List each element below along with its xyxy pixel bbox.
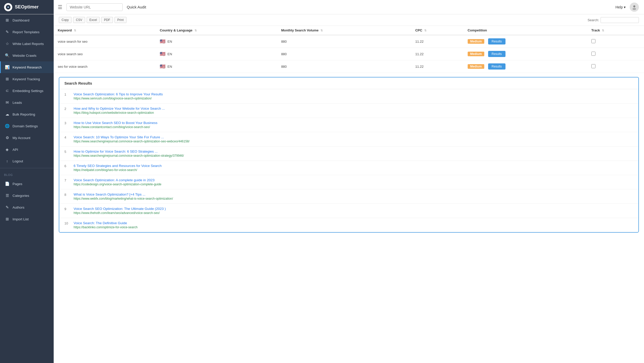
sidebar-item-keyword-tracking[interactable]: ⊞ Keyword Tracking (0, 73, 54, 85)
sidebar-item-label: Authors (13, 206, 25, 209)
result-url: https://www.thehoth.com/learn/seo/advanc… (74, 211, 166, 215)
result-url: https://www.webfx.com/blog/marketing/wha… (74, 197, 173, 200)
sidebar-item-api[interactable]: ◈ API (0, 144, 54, 155)
results-button[interactable]: Results (488, 63, 505, 70)
sidebar-item-label: Import List (13, 217, 29, 221)
svg-point-1 (8, 7, 9, 8)
search-result-item: 6 6 Timely SEO Strategies and Resources … (59, 161, 638, 175)
sidebar-item-import-list[interactable]: ⊞ Import List (0, 213, 54, 225)
track-cell (587, 48, 644, 60)
result-title[interactable]: What is Voice Search Optimization? [+4 T… (74, 192, 173, 196)
search-result-item: 7 Voice Search Optimization: A complete … (59, 175, 638, 189)
keyword-table: Keyword ⇅ Country & Language ⇅ Monthly S… (54, 26, 644, 73)
competition-cell: Medium Results (464, 48, 587, 60)
competition-badge: Medium (468, 52, 484, 56)
keyword-cell: voice search seo (54, 48, 156, 60)
sidebar-item-white-label-reports[interactable]: ☆ White Label Reports (0, 38, 54, 50)
country-language-cell: 🇺🇸 EN (156, 35, 277, 48)
search-input[interactable] (601, 17, 639, 23)
sidebar-item-label: Keyword Research (13, 65, 42, 69)
sidebar-item-my-account[interactable]: ⚙ My Account (0, 132, 54, 144)
result-content: Voice Search: The Definitive Guide https… (74, 221, 137, 229)
sidebar-item-report-templates[interactable]: ✎ Report Templates (0, 26, 54, 38)
csv-button[interactable]: CSV (73, 17, 85, 23)
sort-country-icon[interactable]: ⇅ (194, 29, 197, 32)
copy-button[interactable]: Copy (59, 17, 72, 23)
result-url: https://www.searchenginejournal.com/voic… (74, 140, 190, 143)
sidebar-item-bulk-reporting[interactable]: ☁ Bulk Reporting (0, 108, 54, 120)
hamburger-button[interactable]: ☰ (54, 4, 66, 10)
result-number: 6 (64, 164, 70, 168)
sidebar-item-logout[interactable]: ↑ Logout (0, 155, 54, 167)
print-button[interactable]: Print (114, 17, 126, 23)
country-language-cell: 🇺🇸 EN (156, 60, 277, 73)
results-button[interactable]: Results (488, 38, 505, 44)
sort-volume-icon[interactable]: ⇅ (320, 29, 323, 32)
track-checkbox[interactable] (591, 39, 595, 43)
result-title[interactable]: 6 Timely SEO Strategies and Resources fo… (74, 164, 162, 168)
sidebar-item-domain-settings[interactable]: 🌐 Domain Settings (0, 120, 54, 132)
sidebar-item-authors[interactable]: ✎ Authors (0, 201, 54, 213)
cpc-cell: 11.22 (411, 48, 464, 60)
result-title[interactable]: Voice Search: 10 Ways To Optimize Your S… (74, 135, 190, 139)
url-input[interactable] (66, 3, 123, 11)
result-url: https://backlinko.com/optimize-for-voice… (74, 225, 137, 229)
help-chevron-icon: ▾ (624, 5, 626, 9)
categories-icon: ☰ (5, 193, 9, 198)
competition-cell: Medium Results (464, 60, 587, 73)
result-content: What is Voice Search Optimization? [+4 T… (74, 192, 173, 200)
sidebar-item-website-crawls[interactable]: 🔍 Website Crawls (0, 50, 54, 61)
sidebar-divider (0, 168, 54, 168)
results-button[interactable]: Results (488, 51, 505, 57)
sort-track-icon[interactable]: ⇅ (602, 29, 604, 32)
result-content: How to Optimize for Voice Search: 6 SEO … (74, 150, 184, 157)
language-label: EN (167, 65, 172, 69)
sidebar-item-label: Logout (13, 159, 23, 163)
result-title[interactable]: Voice Search SEO Optimization: The Ultim… (74, 207, 166, 211)
sidebar-item-categories[interactable]: ☰ Categories (0, 190, 54, 201)
excel-button[interactable]: Excel (87, 17, 100, 23)
sidebar-item-pages[interactable]: 📄 Pages (0, 178, 54, 190)
quick-audit-label: Quick Audit (127, 5, 146, 9)
user-avatar[interactable] (630, 3, 639, 12)
track-checkbox[interactable] (591, 52, 595, 56)
result-title[interactable]: Voice Search Optimization: A complete gu… (74, 178, 162, 182)
result-title[interactable]: Voice Search Optimization: 6 Tips to Imp… (74, 92, 163, 96)
sidebar: ⊞ Dashboard ✎ Report Templates ☆ White L… (0, 14, 54, 363)
cpc-cell: 11.22 (411, 35, 464, 48)
sidebar-item-embedding-settings[interactable]: ⊂ Embedding Settings (0, 85, 54, 97)
help-button[interactable]: Help ▾ (615, 5, 626, 9)
keyword-tracking-icon: ⊞ (5, 77, 9, 81)
logout-icon: ↑ (5, 159, 9, 163)
my-account-icon: ⚙ (5, 135, 9, 140)
sidebar-item-keyword-research[interactable]: 📊 Keyword Research (0, 61, 54, 73)
pdf-button[interactable]: PDF (101, 17, 113, 23)
search-result-item: 9 Voice Search SEO Optimization: The Ult… (59, 204, 638, 218)
sort-cpc-icon[interactable]: ⇅ (424, 29, 427, 32)
search-results-list: 1 Voice Search Optimization: 6 Tips to I… (59, 89, 638, 232)
sort-keyword-icon[interactable]: ⇅ (74, 29, 76, 32)
sidebar-item-label: Domain Settings (13, 124, 38, 128)
sidebar-item-dashboard[interactable]: ⊞ Dashboard (0, 14, 54, 26)
result-url: https://www.semrush.com/blog/voice-searc… (74, 97, 163, 100)
white-label-icon: ☆ (5, 41, 9, 46)
sidebar-item-label: My Account (13, 136, 30, 140)
sidebar-item-label: API (13, 148, 18, 152)
sidebar-item-label: White Label Reports (13, 42, 44, 46)
search-result-item: 1 Voice Search Optimization: 6 Tips to I… (59, 89, 638, 104)
result-title[interactable]: How to Use Voice Search SEO to Boost You… (74, 121, 157, 125)
country-language-cell: 🇺🇸 EN (156, 48, 277, 60)
sidebar-item-label: Keyword Tracking (13, 77, 40, 81)
search-results-panel: Search Results 1 Voice Search Optimizati… (59, 77, 639, 233)
result-title[interactable]: How to Optimize for Voice Search: 6 SEO … (74, 150, 184, 153)
sidebar-item-leads[interactable]: ✉ Leads (0, 97, 54, 108)
content-area: Copy CSV Excel PDF Print Search: Keyword… (54, 14, 644, 363)
result-number: 10 (64, 221, 70, 225)
monthly-volume-cell: 880 (277, 48, 411, 60)
track-cell (587, 60, 644, 73)
result-title[interactable]: Voice Search: The Definitive Guide (74, 221, 137, 225)
competition-badge: Medium (468, 39, 484, 44)
result-title[interactable]: How and Why to Optimize Your Website for… (74, 107, 165, 110)
keyword-research-icon: 📊 (5, 65, 9, 70)
track-checkbox[interactable] (591, 64, 595, 68)
